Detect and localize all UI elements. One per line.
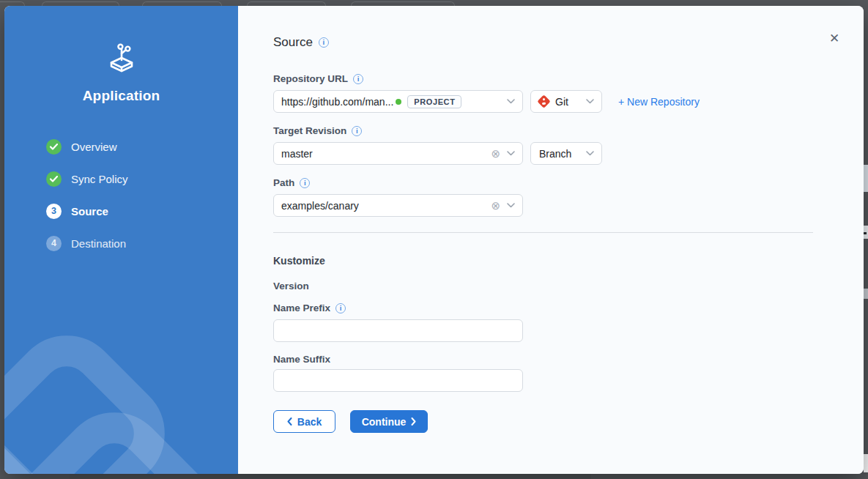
target-revision-combobox[interactable]: ⊗ [273, 142, 523, 165]
check-icon [46, 139, 62, 155]
step-label: Overview [71, 141, 117, 153]
background-fragment [864, 165, 868, 192]
name-suffix-field[interactable] [273, 369, 523, 392]
repository-url-value: https://github.com/man... [281, 96, 393, 108]
target-revision-label: Target Revision [273, 125, 346, 136]
revision-ref-type-value: Branch [539, 148, 571, 160]
background-fragment [864, 454, 868, 472]
connection-status-dot [396, 99, 401, 105]
name-prefix-field[interactable] [273, 319, 523, 342]
info-icon[interactable]: i [353, 74, 363, 84]
info-icon[interactable]: i [352, 126, 362, 136]
background-fragment [864, 289, 868, 299]
wizard-sidebar: Application Overview Sync Policy 3 Sourc… [4, 6, 238, 474]
page-title: Source [273, 35, 313, 50]
application-icon [103, 38, 140, 75]
continue-button-label: Continue [362, 416, 407, 428]
section-divider [273, 232, 813, 233]
new-repository-link[interactable]: + New Repository [618, 96, 700, 108]
chevron-down-icon[interactable] [507, 151, 515, 156]
step-label: Source [71, 205, 108, 218]
chevron-left-icon [287, 417, 292, 426]
step-source[interactable]: 3 Source [4, 195, 238, 227]
clear-icon[interactable]: ⊗ [491, 200, 500, 211]
info-icon[interactable]: i [319, 37, 329, 48]
git-icon [537, 94, 550, 108]
background-fragment [864, 226, 868, 239]
version-label: Version [273, 281, 813, 292]
wizard-steps: Overview Sync Policy 3 Source 4 Destinat… [4, 130, 238, 259]
wizard-title: Application [4, 88, 238, 104]
chevron-right-icon [411, 417, 416, 426]
repository-type-value: Git [555, 96, 568, 108]
close-icon[interactable]: ✕ [827, 31, 842, 45]
clear-icon[interactable]: ⊗ [491, 148, 500, 159]
target-revision-input[interactable] [281, 148, 491, 160]
path-combobox[interactable]: ⊗ [273, 194, 523, 217]
chevron-down-icon [586, 151, 594, 156]
name-prefix-input[interactable] [281, 325, 515, 337]
wizard-content-panel: ✕ Source i Repository URL i https://gith… [238, 6, 864, 474]
repository-url-label: Repository URL [273, 73, 348, 84]
revision-ref-type-select[interactable]: Branch [530, 142, 602, 165]
info-icon[interactable]: i [300, 178, 310, 188]
new-application-wizard-modal: Application Overview Sync Policy 3 Sourc… [4, 6, 864, 474]
back-button[interactable]: Back [273, 410, 335, 433]
chevron-down-icon[interactable] [507, 203, 515, 208]
info-icon[interactable]: i [335, 303, 346, 313]
back-button-label: Back [297, 416, 322, 428]
path-label: Path [273, 177, 294, 188]
chevron-down-icon[interactable] [507, 99, 515, 104]
repository-type-select[interactable]: Git [530, 90, 602, 113]
step-destination[interactable]: 4 Destination [4, 227, 238, 259]
background-fragment [70, 474, 591, 479]
name-suffix-input[interactable] [281, 375, 515, 387]
project-badge: PROJECT [407, 95, 461, 108]
path-input[interactable] [281, 200, 491, 212]
check-icon [46, 171, 62, 187]
name-suffix-label: Name Suffix [273, 354, 330, 365]
step-number-badge: 4 [46, 236, 62, 251]
continue-button[interactable]: Continue [350, 410, 428, 433]
brand-block: Application [4, 38, 238, 104]
chevron-down-icon [586, 99, 594, 104]
repository-url-combobox[interactable]: https://github.com/man... PROJECT [273, 90, 523, 113]
logo-watermark [4, 283, 238, 474]
kustomize-heading: Kustomize [273, 255, 813, 267]
name-prefix-label: Name Prefix [273, 302, 330, 313]
step-label: Sync Policy [71, 173, 128, 185]
step-label: Destination [71, 237, 126, 250]
step-number-badge: 3 [46, 204, 62, 219]
step-overview[interactable]: Overview [4, 130, 238, 163]
step-sync-policy[interactable]: Sync Policy [4, 163, 238, 195]
